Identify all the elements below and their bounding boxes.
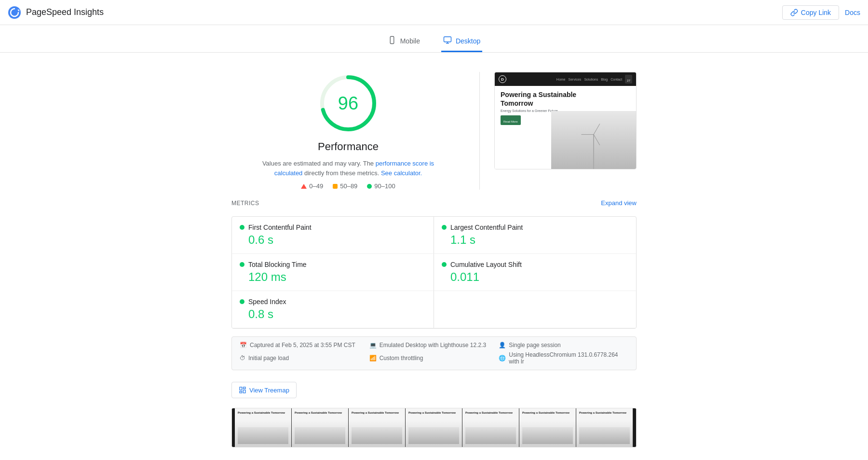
filmstrip-right-border	[633, 408, 636, 447]
score-left: 96 Performance Values are estimated and …	[231, 72, 465, 190]
main-content: 96 Performance Values are estimated and …	[217, 53, 651, 460]
svg-rect-2	[390, 37, 394, 44]
filmstrip-frame-7: Powering a Sustainable Tomorrow	[576, 408, 633, 447]
expand-view-link[interactable]: Expand view	[601, 199, 637, 207]
svg-rect-10	[243, 387, 245, 389]
desktop-icon	[443, 36, 452, 46]
filmstrip-frame-5: Powering a Sustainable Tomorrow	[462, 408, 519, 447]
fail-icon	[301, 184, 307, 189]
legend-fail: 0–49	[301, 182, 323, 190]
user-icon: 👤	[499, 342, 506, 348]
info-emulated: 💻 Emulated Desktop with Lighthouse 12.2.…	[369, 342, 499, 348]
info-session: 👤 Single page session	[499, 342, 628, 348]
fcp-value: 0.6 s	[240, 233, 426, 247]
copy-link-label: Copy Link	[801, 9, 831, 16]
captured-text: Captured at Feb 5, 2025 at 3:55 PM CST	[250, 342, 355, 348]
metric-cls: Cumulative Layout Shift 0.011	[434, 254, 636, 291]
filmstrip-frame-3: Powering a Sustainable Tomorrow	[349, 408, 406, 447]
browser-text: Using HeadlessChromium 131.0.6778.264 wi…	[509, 351, 628, 365]
calculator-link[interactable]: See calculator.	[381, 169, 422, 177]
mobile-icon	[388, 36, 396, 46]
filmstrip-frame-4: Powering a Sustainable Tomorrow	[406, 408, 462, 447]
info-throttling: 📶 Custom throttling	[369, 351, 499, 365]
si-indicator	[240, 299, 244, 304]
metric-tbt: Total Blocking Time 120 ms	[232, 254, 434, 291]
svg-rect-9	[240, 387, 242, 390]
info-row-1: 📅 Captured at Feb 5, 2025 at 3:55 PM CST…	[240, 342, 628, 348]
session-text: Single page session	[509, 342, 560, 348]
filmstrip-frame-6: Powering a Sustainable Tomorrow	[519, 408, 576, 447]
pass-range: 90–100	[374, 182, 395, 190]
globe-icon: 🌐	[499, 355, 506, 362]
filmstrip-container: Powering a Sustainable Tomorrow Powering…	[217, 408, 651, 447]
calendar-icon: 📅	[240, 342, 247, 348]
average-icon	[333, 184, 338, 189]
tab-mobile[interactable]: Mobile	[386, 31, 422, 52]
treemap-label: View Treemap	[249, 387, 289, 394]
tbt-name: Total Blocking Time	[248, 261, 307, 268]
metrics-section: METRICS Expand view First Contentful Pai…	[217, 199, 651, 329]
desktop-info-icon: 💻	[369, 342, 377, 348]
si-name: Speed Index	[248, 298, 286, 306]
info-load: ⏱ Initial page load	[240, 351, 369, 365]
tab-desktop[interactable]: Desktop	[441, 31, 482, 52]
svg-rect-12	[240, 391, 242, 393]
lcp-name: Largest Contentful Paint	[450, 223, 523, 231]
pass-icon	[367, 184, 372, 189]
fcp-indicator	[240, 225, 244, 230]
metric-fcp: First Contentful Paint 0.6 s	[232, 217, 434, 254]
docs-link[interactable]: Docs	[845, 9, 860, 16]
lcp-indicator	[442, 225, 447, 230]
fail-range: 0–49	[309, 182, 323, 190]
mock-headline: Powering a SustainableTomorrow	[501, 91, 630, 108]
throttling-text: Custom throttling	[380, 355, 423, 362]
average-range: 50–89	[340, 182, 357, 190]
fcp-name: First Contentful Paint	[248, 223, 312, 231]
treemap-icon	[239, 386, 246, 394]
copy-link-button[interactable]: Copy Link	[782, 5, 839, 20]
info-browser: 🌐 Using HeadlessChromium 131.0.6778.264 …	[499, 351, 628, 365]
score-gauge: 96	[317, 72, 380, 135]
tbt-value: 120 ms	[240, 270, 426, 284]
legend-average: 50–89	[333, 182, 357, 190]
section-divider	[479, 72, 480, 190]
metrics-grid: First Contentful Paint 0.6 s Largest Con…	[232, 217, 636, 328]
score-description: Values are estimated and may vary. The p…	[257, 159, 440, 178]
filmstrip: Powering a Sustainable Tomorrow Powering…	[231, 408, 637, 447]
filmstrip-frame-2: Powering a Sustainable Tomorrow	[292, 408, 349, 447]
si-value: 0.8 s	[240, 307, 426, 321]
filmstrip-frame-1: Powering a Sustainable Tomorrow	[235, 408, 292, 447]
timer-icon: ⏱	[240, 355, 245, 362]
screenshot-container: D Home Services Solutions Blog Contact 2…	[494, 72, 637, 169]
score-legend: 0–49 50–89 90–100	[301, 182, 395, 190]
info-bar: 📅 Captured at Feb 5, 2025 at 3:55 PM CST…	[231, 336, 637, 370]
cls-name: Cumulative Layout Shift	[450, 261, 522, 268]
metric-placeholder	[434, 291, 636, 328]
lcp-value: 1.1 s	[442, 233, 628, 247]
cls-indicator	[442, 262, 447, 267]
pagespeed-logo	[8, 6, 21, 19]
metrics-header: METRICS Expand view	[231, 199, 637, 210]
load-text: Initial page load	[248, 355, 289, 362]
tabs-container: Mobile Desktop	[0, 25, 868, 53]
header-left: PageSpeed Insights	[8, 6, 104, 19]
svg-rect-11	[243, 390, 245, 393]
metric-si: Speed Index 0.8 s	[232, 291, 434, 328]
mock-navbar: D Home Services Solutions Blog Contact 2…	[495, 72, 636, 86]
score-value: 96	[338, 93, 358, 114]
emulated-text: Emulated Desktop with Lighthouse 12.2.3	[380, 342, 486, 348]
app-title: PageSpeed Insights	[26, 7, 104, 17]
metrics-title: METRICS	[231, 200, 259, 207]
score-label: Performance	[318, 140, 379, 153]
view-treemap-button[interactable]: View Treemap	[231, 382, 297, 398]
tab-desktop-label: Desktop	[456, 37, 480, 45]
treemap-section: View Treemap	[217, 378, 651, 402]
score-section: 96 Performance Values are estimated and …	[217, 62, 651, 199]
cls-value: 0.011	[442, 270, 628, 284]
header-right: Copy Link Docs	[782, 5, 860, 20]
tab-mobile-label: Mobile	[400, 37, 420, 45]
legend-pass: 90–100	[367, 182, 395, 190]
link-icon	[790, 9, 798, 16]
svg-rect-4	[444, 37, 451, 42]
metric-lcp: Largest Contentful Paint 1.1 s	[434, 217, 636, 254]
